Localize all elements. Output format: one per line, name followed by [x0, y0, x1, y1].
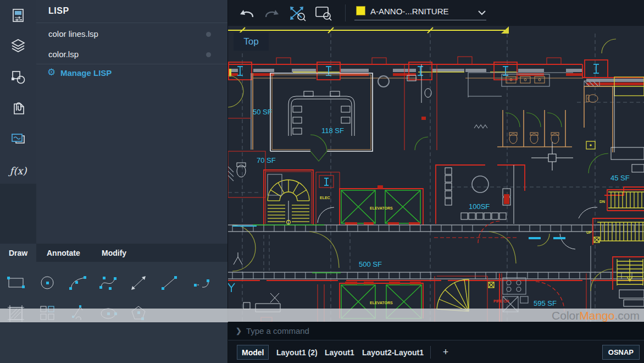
zoom-window-icon[interactable]	[314, 4, 332, 22]
draw-toolbar-panel: Draw Annotate Modify	[0, 244, 227, 363]
view-cube-top-button[interactable]: Top	[234, 32, 269, 51]
tab-label: Annotate	[47, 249, 80, 257]
lisp-panel: LISP color lines.lsp color.lsp ⚙ Manage …	[36, 0, 227, 244]
sf50-label: 50 SF	[253, 108, 272, 116]
lisp-status-dot	[206, 32, 211, 37]
small-restroom	[378, 64, 487, 150]
attachments-icon[interactable]	[0, 94, 36, 122]
images-icon[interactable]	[0, 124, 36, 153]
elevator-bank-1: ELEVATORS	[340, 185, 423, 225]
properties-icon[interactable]	[0, 1, 36, 30]
zoom-extents-icon[interactable]	[287, 4, 306, 22]
lisp-item-label: color lines.lsp	[48, 29, 98, 38]
sf595-label: 595 SF	[534, 299, 557, 307]
tab-label: Model	[242, 348, 264, 357]
tab-layout1-2[interactable]: Layout1 (2)	[272, 345, 322, 360]
tab-label: Layout2-Layout1	[362, 348, 424, 357]
sf45-label: 45 SF	[610, 174, 630, 182]
layer-dropdown[interactable]: A-ANNO-...RNITURE	[354, 3, 489, 22]
elevators-label-2: ELEVATORS	[370, 301, 393, 305]
corridor-doors	[309, 232, 575, 268]
lisp-item-color[interactable]: color.lsp	[36, 45, 227, 65]
area-labels: 50 SF 118 SF 70 SF 100SF 500 SF 595 SF 4…	[253, 108, 630, 307]
tabs-separator	[430, 346, 431, 359]
tab-modify[interactable]: Modify	[102, 244, 126, 262]
office-room	[270, 73, 373, 161]
pipe-label: PIPE CH	[493, 299, 509, 303]
plus-icon: +	[443, 346, 449, 358]
tool-double-arrow-icon[interactable]	[126, 273, 151, 294]
tool-arc-icon[interactable]	[66, 273, 90, 294]
tab-label: Modify	[102, 249, 126, 257]
lisp-item-color-lines[interactable]: color lines.lsp	[36, 24, 227, 45]
watermark-text: .com	[614, 309, 640, 322]
layer-underline	[354, 20, 486, 20]
layer-name: A-ANNO-...RNITURE	[370, 7, 449, 16]
column-symbols	[229, 60, 608, 188]
sf118-label: 118 SF	[321, 127, 344, 135]
yellow-datum-line	[228, 26, 509, 34]
fx-label: ƒ(x)	[10, 165, 27, 177]
exterior-wall-band	[228, 57, 644, 86]
layers-icon[interactable]	[0, 32, 36, 61]
osnap-label: OSNAP	[608, 348, 634, 356]
tool-circle-icon[interactable]	[35, 273, 59, 294]
tab-label: Layout1	[325, 348, 354, 357]
corridor-band-lower	[228, 272, 644, 280]
command-prompt-icon: ❯	[236, 327, 242, 335]
west-rooms	[228, 73, 265, 292]
corridor-band-upper	[228, 225, 644, 232]
blocks-icon[interactable]	[0, 63, 36, 91]
dn-label: DN	[599, 200, 605, 204]
add-layout-button[interactable]: +	[440, 345, 452, 360]
divider	[36, 23, 227, 23]
lisp-status-dot	[206, 52, 211, 57]
manage-lisp-label: Manage LISP	[60, 68, 112, 78]
up-label: UP	[586, 230, 592, 234]
watermark-text: Color	[552, 309, 579, 322]
tab-layout2-layout1[interactable]: Layout2-Layout1	[358, 345, 428, 360]
east-stairs: DN UP	[579, 190, 644, 306]
view-label: Top	[243, 36, 258, 47]
east-restroom	[584, 39, 644, 195]
elec-label: ELEC	[320, 196, 330, 200]
canvas-toolbar: A-ANNO-...RNITURE	[228, 0, 644, 26]
lisp-item-label: color.lsp	[48, 50, 79, 59]
tab-layout1[interactable]: Layout1	[320, 345, 359, 360]
tool-line-icon[interactable]	[158, 273, 182, 294]
command-input[interactable]: ❯ Type a command	[228, 322, 644, 340]
sf70-label: 70 SF	[257, 156, 276, 164]
tab-model[interactable]: Model	[237, 345, 269, 360]
lisp-panel-title: LISP	[48, 6, 69, 16]
floorplan-drawing: ELEC ELEVATORS	[228, 26, 644, 322]
cyan-markers	[529, 237, 565, 239]
drawing-viewport[interactable]: ELEC ELEVATORS	[228, 26, 644, 322]
layer-color-swatch	[356, 6, 365, 15]
tab-label: Layout1 (2)	[276, 348, 318, 357]
tool-arc-segment-icon[interactable]	[190, 273, 214, 294]
spiral-stair	[264, 170, 313, 225]
tool-rectangle-icon[interactable]	[4, 273, 29, 294]
watermark-text: Mango	[579, 309, 614, 322]
osnap-toggle-button[interactable]: OSNAP	[602, 345, 640, 360]
lisp-functions-icon[interactable]: ƒ(x)	[0, 156, 36, 185]
elevators-label-1: ELEVATORS	[370, 206, 393, 210]
watermark-banner: ColorMango.com	[0, 309, 644, 322]
chevron-down-icon	[478, 9, 486, 16]
rail-lower-area	[0, 184, 36, 244]
sf500-label: 500 SF	[359, 260, 382, 268]
gear-icon: ⚙	[47, 67, 55, 78]
tab-label: Draw	[9, 249, 27, 257]
cursor-crosshair	[531, 142, 573, 170]
command-placeholder: Type a command	[246, 326, 309, 336]
restroom-stalls	[468, 73, 573, 147]
redo-icon[interactable]	[263, 4, 281, 22]
tool-spline-icon[interactable]	[96, 273, 120, 294]
layout-tabs-bar: Model Layout1 (2) Layout1 Layout2-Layout…	[228, 340, 644, 363]
tab-annotate[interactable]: Annotate	[47, 244, 80, 262]
sf100-label: 100SF	[469, 202, 490, 211]
manage-lisp-button[interactable]: ⚙ Manage LISP	[36, 64, 227, 82]
toolbar-separator	[345, 4, 346, 21]
undo-icon[interactable]	[237, 4, 256, 22]
tab-draw[interactable]: Draw	[0, 244, 36, 262]
